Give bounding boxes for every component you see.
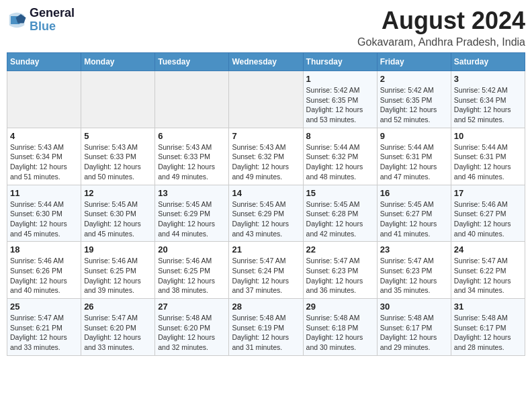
day-number: 30 bbox=[380, 302, 448, 312]
day-number: 14 bbox=[232, 188, 300, 198]
day-info: Sunrise: 5:45 AM Sunset: 6:29 PM Dayligh… bbox=[232, 199, 300, 239]
calendar-cell: 6Sunrise: 5:43 AM Sunset: 6:33 PM Daylig… bbox=[155, 128, 229, 185]
calendar-week-5: 25Sunrise: 5:47 AM Sunset: 6:21 PM Dayli… bbox=[7, 299, 525, 356]
day-number: 3 bbox=[454, 74, 522, 84]
month-title: August 2024 bbox=[357, 7, 525, 35]
day-number: 7 bbox=[232, 131, 300, 141]
header-monday: Monday bbox=[81, 53, 155, 71]
day-info: Sunrise: 5:46 AM Sunset: 6:27 PM Dayligh… bbox=[454, 199, 522, 239]
calendar-week-2: 4Sunrise: 5:43 AM Sunset: 6:34 PM Daylig… bbox=[7, 128, 525, 185]
day-info: Sunrise: 5:48 AM Sunset: 6:19 PM Dayligh… bbox=[232, 313, 300, 353]
calendar-cell: 30Sunrise: 5:48 AM Sunset: 6:17 PM Dayli… bbox=[377, 299, 451, 356]
day-number: 27 bbox=[158, 302, 226, 312]
calendar-cell: 22Sunrise: 5:47 AM Sunset: 6:23 PM Dayli… bbox=[303, 242, 377, 299]
day-number: 20 bbox=[158, 244, 226, 255]
calendar-cell: 10Sunrise: 5:44 AM Sunset: 6:31 PM Dayli… bbox=[451, 128, 525, 185]
logo: General Blue bbox=[7, 7, 75, 34]
day-number: 16 bbox=[380, 188, 448, 198]
day-info: Sunrise: 5:42 AM Sunset: 6:35 PM Dayligh… bbox=[380, 85, 448, 125]
day-info: Sunrise: 5:43 AM Sunset: 6:34 PM Dayligh… bbox=[10, 142, 78, 182]
day-number: 24 bbox=[454, 244, 522, 255]
location: Gokavaram, Andhra Pradesh, India bbox=[357, 36, 525, 48]
calendar-cell: 14Sunrise: 5:45 AM Sunset: 6:29 PM Dayli… bbox=[229, 185, 303, 242]
day-number: 5 bbox=[84, 131, 152, 141]
calendar-week-3: 11Sunrise: 5:44 AM Sunset: 6:30 PM Dayli… bbox=[7, 185, 525, 242]
day-number: 19 bbox=[84, 244, 152, 255]
header-sunday: Sunday bbox=[7, 53, 81, 71]
header-friday: Friday bbox=[377, 53, 451, 71]
day-number: 13 bbox=[158, 188, 226, 198]
logo-line2: Blue bbox=[30, 20, 75, 34]
calendar-week-1: 1Sunrise: 5:42 AM Sunset: 6:35 PM Daylig… bbox=[7, 71, 525, 128]
day-number: 9 bbox=[380, 131, 448, 141]
day-info: Sunrise: 5:45 AM Sunset: 6:30 PM Dayligh… bbox=[84, 199, 152, 239]
day-number: 23 bbox=[380, 244, 448, 255]
header-tuesday: Tuesday bbox=[155, 53, 229, 71]
day-info: Sunrise: 5:44 AM Sunset: 6:32 PM Dayligh… bbox=[306, 142, 374, 182]
calendar-cell: 29Sunrise: 5:48 AM Sunset: 6:18 PM Dayli… bbox=[303, 299, 377, 356]
calendar-cell: 16Sunrise: 5:45 AM Sunset: 6:27 PM Dayli… bbox=[377, 185, 451, 242]
day-info: Sunrise: 5:46 AM Sunset: 6:25 PM Dayligh… bbox=[158, 256, 226, 295]
day-number: 4 bbox=[10, 131, 78, 141]
day-info: Sunrise: 5:43 AM Sunset: 6:33 PM Dayligh… bbox=[84, 142, 152, 182]
day-info: Sunrise: 5:48 AM Sunset: 6:20 PM Dayligh… bbox=[158, 313, 226, 353]
day-number: 31 bbox=[454, 302, 522, 312]
day-info: Sunrise: 5:46 AM Sunset: 6:26 PM Dayligh… bbox=[10, 256, 78, 295]
day-number: 6 bbox=[158, 131, 226, 141]
day-number: 25 bbox=[10, 302, 78, 312]
calendar-cell bbox=[229, 71, 303, 128]
day-number: 22 bbox=[306, 244, 374, 255]
day-number: 10 bbox=[454, 131, 522, 141]
day-info: Sunrise: 5:43 AM Sunset: 6:32 PM Dayligh… bbox=[232, 142, 300, 182]
day-info: Sunrise: 5:44 AM Sunset: 6:30 PM Dayligh… bbox=[10, 199, 78, 239]
day-number: 2 bbox=[380, 74, 448, 84]
calendar-cell: 26Sunrise: 5:47 AM Sunset: 6:20 PM Dayli… bbox=[81, 299, 155, 356]
day-number: 12 bbox=[84, 188, 152, 198]
day-number: 29 bbox=[306, 302, 374, 312]
calendar-cell: 31Sunrise: 5:48 AM Sunset: 6:17 PM Dayli… bbox=[451, 299, 525, 356]
day-info: Sunrise: 5:44 AM Sunset: 6:31 PM Dayligh… bbox=[454, 142, 522, 182]
page-header: General Blue August 2024 Gokavaram, Andh… bbox=[7, 7, 525, 48]
calendar-cell bbox=[7, 71, 81, 128]
calendar-cell: 27Sunrise: 5:48 AM Sunset: 6:20 PM Dayli… bbox=[155, 299, 229, 356]
day-info: Sunrise: 5:46 AM Sunset: 6:25 PM Dayligh… bbox=[84, 256, 152, 295]
calendar-week-4: 18Sunrise: 5:46 AM Sunset: 6:26 PM Dayli… bbox=[7, 242, 525, 299]
day-info: Sunrise: 5:42 AM Sunset: 6:34 PM Dayligh… bbox=[454, 85, 522, 125]
logo-text: General Blue bbox=[30, 7, 75, 34]
calendar-cell: 13Sunrise: 5:45 AM Sunset: 6:29 PM Dayli… bbox=[155, 185, 229, 242]
calendar-cell: 4Sunrise: 5:43 AM Sunset: 6:34 PM Daylig… bbox=[7, 128, 81, 185]
header-wednesday: Wednesday bbox=[229, 53, 303, 71]
day-info: Sunrise: 5:47 AM Sunset: 6:20 PM Dayligh… bbox=[84, 313, 152, 353]
header-thursday: Thursday bbox=[303, 53, 377, 71]
calendar-cell: 20Sunrise: 5:46 AM Sunset: 6:25 PM Dayli… bbox=[155, 242, 229, 299]
day-info: Sunrise: 5:47 AM Sunset: 6:24 PM Dayligh… bbox=[232, 256, 300, 295]
calendar-cell: 12Sunrise: 5:45 AM Sunset: 6:30 PM Dayli… bbox=[81, 185, 155, 242]
day-info: Sunrise: 5:47 AM Sunset: 6:21 PM Dayligh… bbox=[10, 313, 78, 353]
day-info: Sunrise: 5:48 AM Sunset: 6:17 PM Dayligh… bbox=[380, 313, 448, 353]
day-number: 1 bbox=[306, 74, 374, 84]
calendar-cell: 23Sunrise: 5:47 AM Sunset: 6:23 PM Dayli… bbox=[377, 242, 451, 299]
day-number: 11 bbox=[10, 188, 78, 198]
day-number: 28 bbox=[232, 302, 300, 312]
calendar-cell: 28Sunrise: 5:48 AM Sunset: 6:19 PM Dayli… bbox=[229, 299, 303, 356]
header-row: Sunday Monday Tuesday Wednesday Thursday… bbox=[7, 53, 525, 71]
day-info: Sunrise: 5:44 AM Sunset: 6:31 PM Dayligh… bbox=[380, 142, 448, 182]
header-saturday: Saturday bbox=[451, 53, 525, 71]
day-info: Sunrise: 5:47 AM Sunset: 6:22 PM Dayligh… bbox=[454, 256, 522, 295]
day-info: Sunrise: 5:43 AM Sunset: 6:33 PM Dayligh… bbox=[158, 142, 226, 182]
day-number: 17 bbox=[454, 188, 522, 198]
calendar-cell: 21Sunrise: 5:47 AM Sunset: 6:24 PM Dayli… bbox=[229, 242, 303, 299]
calendar-cell: 19Sunrise: 5:46 AM Sunset: 6:25 PM Dayli… bbox=[81, 242, 155, 299]
calendar-cell: 7Sunrise: 5:43 AM Sunset: 6:32 PM Daylig… bbox=[229, 128, 303, 185]
calendar-cell: 18Sunrise: 5:46 AM Sunset: 6:26 PM Dayli… bbox=[7, 242, 81, 299]
calendar-cell: 3Sunrise: 5:42 AM Sunset: 6:34 PM Daylig… bbox=[451, 71, 525, 128]
day-info: Sunrise: 5:42 AM Sunset: 6:35 PM Dayligh… bbox=[306, 85, 374, 125]
logo-line1: General bbox=[30, 7, 75, 20]
calendar-cell bbox=[155, 71, 229, 128]
calendar-cell bbox=[81, 71, 155, 128]
day-number: 18 bbox=[10, 244, 78, 255]
day-number: 26 bbox=[84, 302, 152, 312]
calendar-cell: 1Sunrise: 5:42 AM Sunset: 6:35 PM Daylig… bbox=[303, 71, 377, 128]
calendar-cell: 2Sunrise: 5:42 AM Sunset: 6:35 PM Daylig… bbox=[377, 71, 451, 128]
calendar-table: Sunday Monday Tuesday Wednesday Thursday… bbox=[7, 52, 525, 356]
